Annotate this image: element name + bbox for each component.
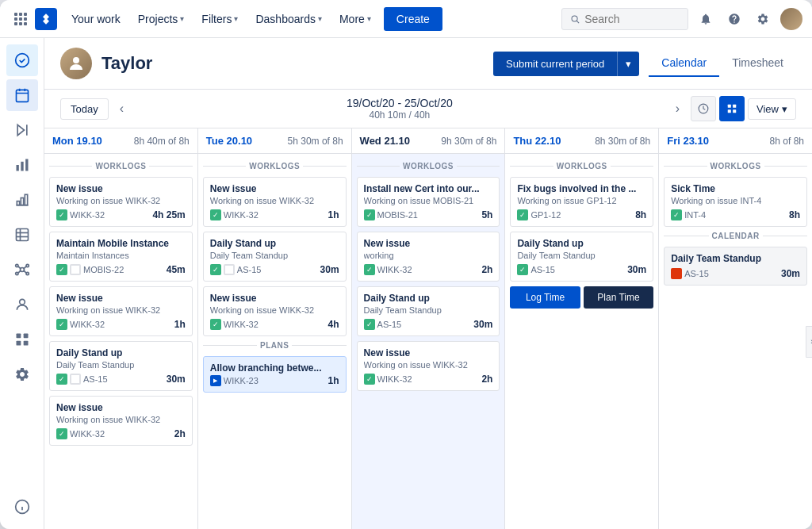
plan-time-button[interactable]: Plan Time <box>584 286 653 309</box>
svg-point-32 <box>15 272 17 274</box>
tab-timesheet[interactable]: Timesheet <box>719 50 796 77</box>
worklog-card[interactable]: Daily Stand up Daily Team Standup AS-15 … <box>510 232 653 282</box>
create-button[interactable]: Create <box>384 7 442 31</box>
sidebar-item-settings[interactable] <box>6 358 38 390</box>
worklog-title: Install new Cert into our... <box>364 183 493 194</box>
sidebar-item-fast-forward[interactable] <box>6 114 38 146</box>
check-icon <box>364 319 375 330</box>
ticket-badge: WIKK-32 <box>210 209 259 220</box>
check-icon <box>56 209 67 220</box>
next-period-button[interactable]: › <box>671 98 684 119</box>
worklog-meta: WIKK-32 4h <box>210 319 339 330</box>
worklog-title: Fix bugs involved in the ... <box>517 183 646 194</box>
check-icon <box>364 209 375 220</box>
nav-more[interactable]: More ▾ <box>331 8 379 30</box>
day-header-mon: Mon 19.10 8h 40m of 8h <box>44 128 198 153</box>
worklog-card[interactable]: Sick Time Working on issue INT-4 INT-4 8… <box>664 177 807 227</box>
worklog-title: New issue <box>364 347 493 358</box>
day-col-fri: WORKLOGS Sick Time Working on issue INT-… <box>659 154 812 529</box>
toolbar-right: View ▾ <box>691 96 796 121</box>
ticket-id: GP1-12 <box>530 210 561 220</box>
sidebar-item-user[interactable] <box>6 289 38 320</box>
notifications-button[interactable] <box>695 8 717 30</box>
grid-view-button[interactable] <box>719 96 745 121</box>
worklog-meta: AS-15 30m <box>671 268 800 279</box>
ticket-badge: AS-15 <box>56 374 108 385</box>
svg-point-9 <box>572 15 577 21</box>
time-badge: 4h 25m <box>152 209 185 220</box>
nav-projects[interactable]: Projects ▾ <box>130 8 193 30</box>
worklog-card[interactable]: Daily Stand up Daily Team Standup AS-15 … <box>49 341 193 391</box>
settings-button[interactable] <box>752 8 774 30</box>
view-dropdown-button[interactable]: View ▾ <box>748 98 796 120</box>
chevron-down-icon: ▾ <box>180 14 184 23</box>
worklogs-label-wed: WORKLOGS <box>357 162 500 171</box>
svg-rect-42 <box>23 341 28 346</box>
worklog-card[interactable]: Maintain Mobile Instance Maintain Instan… <box>49 232 193 282</box>
user-icon <box>14 297 30 312</box>
gear-icon <box>14 366 30 382</box>
worklog-card[interactable]: New issue Working on issue WIKK-32 WIKK-… <box>49 177 193 227</box>
worklog-card[interactable]: New issue Working on issue WIKK-32 WIKK-… <box>49 286 193 336</box>
sidebar-item-table[interactable] <box>6 219 38 251</box>
search-box[interactable] <box>561 8 688 30</box>
submit-btn-group: Submit current period ▾ <box>493 52 639 76</box>
nav-your-work[interactable]: Your work <box>63 8 128 30</box>
calendar-label-fri: CALENDAR <box>664 232 807 240</box>
log-time-button[interactable]: Log Time <box>510 286 580 309</box>
worklog-subtitle: Working on issue WIKK-32 <box>210 305 339 315</box>
ticket-badge: AS-15 <box>210 264 262 275</box>
submit-dropdown-button[interactable]: ▾ <box>617 52 639 76</box>
grid-view-icon <box>726 103 737 114</box>
worklog-card[interactable]: New issue Working on issue WIKK-32 WIKK-… <box>357 341 500 391</box>
clock-view-button[interactable] <box>691 96 716 121</box>
worklog-card[interactable]: New issue working WIKK-32 2h <box>357 232 500 282</box>
sidebar-item-network[interactable] <box>6 254 38 286</box>
sidebar-item-check[interactable] <box>6 44 38 76</box>
worklog-card[interactable]: Fix bugs involved in the ... Working on … <box>510 177 653 227</box>
calendar-icon <box>14 87 30 103</box>
collapse-handle[interactable]: › <box>806 326 812 358</box>
ticket-id: AS-15 <box>530 265 555 274</box>
day-col-thu: WORKLOGS Fix bugs involved in the ... Wo… <box>505 154 659 529</box>
settings-icon <box>756 13 769 25</box>
sidebar-item-info[interactable] <box>6 491 38 523</box>
svg-line-10 <box>576 21 579 23</box>
worklog-card[interactable]: Daily Stand up Daily Team Standup AS-15 … <box>203 232 347 282</box>
prev-period-button[interactable]: ‹ <box>115 98 128 119</box>
day-col-tue: WORKLOGS New issue Working on issue WIKK… <box>198 154 352 529</box>
sub-icon <box>224 264 235 275</box>
worklog-meta: INT-4 8h <box>671 209 800 220</box>
worklog-meta: WIKK-23 1h <box>210 375 339 386</box>
logo[interactable] <box>35 8 57 30</box>
svg-rect-20 <box>25 159 28 171</box>
worklog-card[interactable]: Daily Stand up Daily Team Standup AS-15 … <box>357 286 500 336</box>
ticket-id: WIKK-23 <box>224 376 259 385</box>
user-avatar-nav[interactable] <box>780 8 802 30</box>
submit-current-period-button[interactable]: Submit current period <box>493 52 617 76</box>
time-badge: 2h <box>174 428 186 439</box>
check-circle-icon <box>14 52 30 68</box>
sidebar-item-chart[interactable] <box>6 149 38 181</box>
sidebar-item-grid[interactable] <box>6 324 38 355</box>
search-icon <box>570 13 580 25</box>
plan-card[interactable]: Allow branching betwe... WIKK-23 1h <box>203 356 347 393</box>
worklog-title: Daily Stand up <box>210 238 339 249</box>
check-icon <box>517 209 528 220</box>
worklog-card[interactable]: New issue Working on issue WIKK-32 WIKK-… <box>203 177 347 227</box>
nav-dashboards[interactable]: Dashboards ▾ <box>247 8 330 30</box>
sidebar-item-calendar[interactable] <box>6 79 38 111</box>
help-button[interactable] <box>723 8 745 30</box>
worklog-card[interactable]: New issue Working on issue WIKK-32 WIKK-… <box>203 286 347 336</box>
chart-icon <box>14 157 30 173</box>
tab-calendar[interactable]: Calendar <box>649 50 719 77</box>
today-button[interactable]: Today <box>60 98 109 120</box>
worklog-card[interactable]: Install new Cert into our... Working on … <box>357 177 500 227</box>
worklog-meta: AS-15 30m <box>210 264 339 275</box>
sidebar-item-bar-chart[interactable] <box>6 184 38 216</box>
cal-event-title: Daily Team Standup <box>671 253 800 264</box>
grid-icon[interactable] <box>10 8 32 30</box>
search-input[interactable] <box>584 13 680 25</box>
worklog-card[interactable]: New issue Working on issue WIKK-32 WIKK-… <box>49 396 193 446</box>
nav-filters[interactable]: Filters ▾ <box>193 8 246 30</box>
